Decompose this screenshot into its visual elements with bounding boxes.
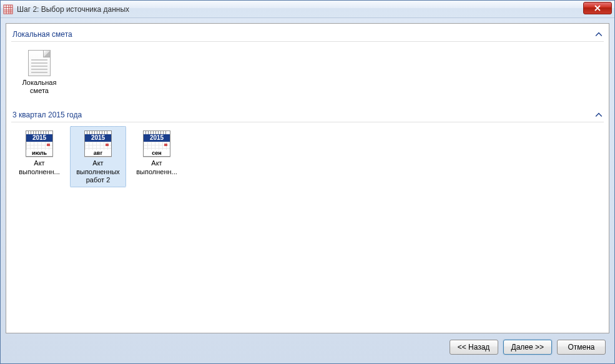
calendar-icon: 2015 июль — [13, 129, 66, 158]
close-icon — [594, 5, 601, 11]
calendar-month: авг — [85, 150, 111, 156]
section-header-local-estimate[interactable]: Локальная смета — [11, 27, 604, 42]
calendar-month: июль — [26, 150, 52, 156]
content-panel: Локальная смета Локальная смета 3 кварта… — [6, 23, 609, 333]
calendar-month: сен — [144, 150, 170, 156]
client-area: Локальная смета Локальная смета 3 кварта… — [1, 18, 614, 363]
calendar-icon: 2015 сен — [130, 129, 183, 158]
next-button[interactable]: Далее >> — [503, 340, 553, 355]
back-button[interactable]: << Назад — [450, 340, 498, 355]
document-icon — [13, 49, 66, 77]
section-title: Локальная смета — [12, 30, 595, 39]
close-button[interactable] — [583, 2, 612, 14]
section-items-local-estimate: Локальная смета — [11, 46, 604, 98]
button-bar: << Назад Далее >> Отмена — [6, 333, 609, 358]
file-label: Акт выполненн... — [13, 159, 66, 175]
chevron-up-icon — [595, 111, 603, 119]
window-title: Шаг 2: Выбор источника данных — [17, 5, 583, 14]
wizard-window: Шаг 2: Выбор источника данных Локальная … — [0, 0, 615, 364]
file-item-act-august[interactable]: 2015 авг Акт выполненных работ 2 — [70, 126, 126, 187]
section-title: 3 квартал 2015 года — [12, 111, 595, 119]
file-label: Акт выполненных работ 2 — [72, 159, 124, 184]
calendar-icon: 2015 авг — [72, 129, 124, 158]
calendar-year: 2015 — [26, 134, 52, 142]
file-item-act-september[interactable]: 2015 сен Акт выполненн... — [129, 126, 185, 187]
file-label: Акт выполненн... — [130, 159, 183, 175]
section-items-quarter: 2015 июль Акт выполненн... 2015 авг — [11, 126, 604, 187]
cancel-button[interactable]: Отмена — [557, 340, 606, 355]
file-item-local-estimate[interactable]: Локальная смета — [11, 46, 67, 98]
titlebar: Шаг 2: Выбор источника данных — [1, 1, 614, 18]
calendar-year: 2015 — [144, 134, 170, 142]
chevron-up-icon — [595, 31, 603, 38]
section-header-quarter[interactable]: 3 квартал 2015 года — [11, 108, 604, 122]
file-item-act-july[interactable]: 2015 июль Акт выполненн... — [11, 126, 67, 187]
file-label: Локальная смета — [13, 79, 66, 95]
app-icon — [3, 4, 13, 14]
calendar-year: 2015 — [85, 134, 111, 142]
svg-rect-0 — [4, 5, 12, 14]
